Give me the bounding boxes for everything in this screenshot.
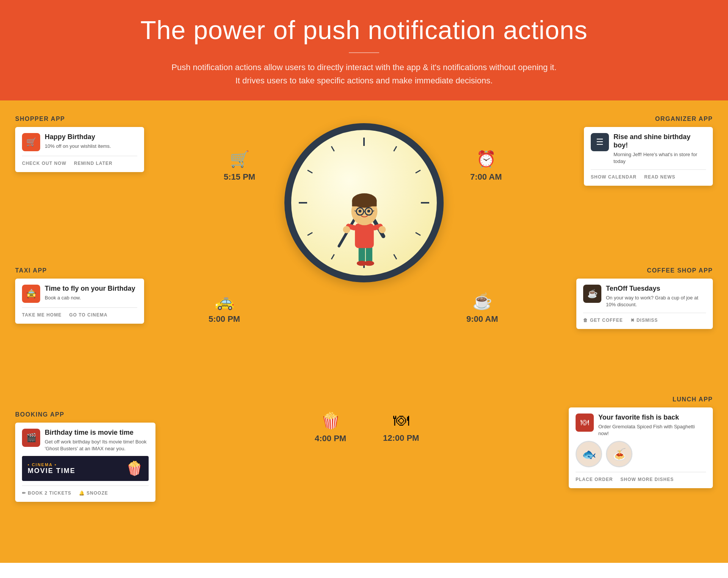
organizer-body: Morning Jeff! Here's what's in store for…: [613, 151, 706, 165]
organizer-icon: ☰: [591, 133, 609, 151]
svg-rect-19: [355, 224, 374, 248]
coffee-title: TenOff Tuesdays: [606, 285, 706, 293]
shopper-title: Happy Birthday: [45, 133, 111, 141]
lunch-title: Your favorite fish is back: [598, 414, 706, 422]
taxi-notification-card: 🚖 Time to fly on your Birthday Book a ca…: [15, 279, 144, 324]
svg-line-5: [394, 254, 397, 259]
booking-icon: 🎬: [22, 429, 40, 447]
header-divider: [349, 52, 379, 53]
shopper-action2[interactable]: REMIND LATER: [74, 161, 113, 166]
svg-line-4: [416, 233, 420, 236]
taxi-action1[interactable]: TAKE ME HOME: [22, 312, 61, 318]
taxi-action2[interactable]: GO TO CINEMA: [69, 312, 107, 318]
booking-action1[interactable]: ✏ BOOK 2 TICKETS: [22, 490, 71, 496]
svg-line-10: [308, 170, 312, 173]
taxi-title: Time to fly on your Birthday: [45, 285, 135, 293]
taxi-icon: 🚖: [22, 285, 40, 303]
shopper-action1[interactable]: CHECK OUT NOW: [22, 161, 66, 166]
organizer-action1[interactable]: SHOW CALENDAR: [591, 174, 637, 180]
time-icon-900: ☕ 9:00 AM: [466, 292, 498, 324]
svg-line-7: [331, 254, 334, 259]
svg-point-22: [343, 226, 350, 233]
lunch-notification-card: 🍽 Your favorite fish is back Order Gremo…: [569, 407, 713, 488]
booking-app-section: BOOKING APP 🎬 Birthday time is movie tim…: [15, 411, 155, 502]
svg-line-2: [416, 170, 420, 173]
booking-title: Birthday time is movie time: [45, 429, 149, 437]
banner-label-top: • CINEMA •: [28, 462, 120, 467]
food-plate-1: 🐟: [576, 441, 602, 467]
page-title: The power of push notification actions: [23, 15, 705, 45]
organizer-action2[interactable]: READ NEWS: [644, 174, 675, 180]
coffee-app-section: COFFEE SHOP APP ☕ TenOff Tuesdays On you…: [576, 267, 713, 329]
header: The power of push notification actions P…: [0, 0, 728, 100]
organizer-title: Rise and shine birthday boy!: [613, 133, 706, 149]
coffee-action1[interactable]: 🗑 GET COFFEE: [583, 318, 623, 323]
shopper-notification-card: 🛒 Happy Birthday 10% off on your wishlis…: [15, 127, 144, 172]
booking-notification-card: 🎬 Birthday time is movie time Get off wo…: [15, 423, 155, 502]
coffee-action1-icon: 🗑: [583, 318, 588, 323]
organizer-notification-card: ☰ Rise and shine birthday boy! Morning J…: [584, 127, 713, 186]
popcorn-icon: 🍿: [126, 461, 143, 476]
character-figure: [337, 185, 391, 269]
lunch-body: Order Gremolata Spiced Fish with Spaghet…: [598, 423, 706, 437]
coffee-notification-card: ☕ TenOff Tuesdays On your way to work? G…: [576, 279, 713, 329]
coffee-icon: ☕: [583, 285, 601, 303]
time-icon-400: 🍿 4:00 PM: [315, 411, 346, 443]
coffee-body: On your way to work? Grab a cup of joe a…: [606, 294, 706, 308]
time-icon-700: ⏰ 7:00 AM: [470, 150, 502, 182]
taxi-body: Book a cab now.: [45, 294, 135, 301]
movie-banner: • CINEMA • MOVIE TIME 🍿: [22, 456, 149, 481]
footer: mo●engage: [0, 563, 728, 578]
moengage-logo: mo●engage: [313, 574, 415, 578]
coffee-action2[interactable]: ✖ DISMISS: [631, 318, 658, 323]
main-content: 🛒 5:15 PM ⏰ 7:00 AM 🚕 5:00 PM ☕ 9:00 AM …: [0, 100, 728, 563]
banner-label-bottom: MOVIE TIME: [28, 467, 120, 475]
taxi-app-section: TAXI APP 🚖 Time to fly on your Birthday …: [15, 267, 144, 324]
shopper-icon: 🛒: [22, 133, 40, 151]
lunch-action2[interactable]: SHOW MORE DISHES: [620, 477, 674, 482]
booking-body: Get off work birthday boy! Its movie tim…: [45, 439, 149, 452]
shopper-app-section: SHOPPER APP 🛒 Happy Birthday 10% off on …: [15, 116, 144, 172]
lunch-action1[interactable]: PLACE ORDER: [576, 477, 613, 482]
svg-line-8: [308, 233, 312, 236]
svg-rect-27: [352, 201, 377, 207]
clock: [284, 123, 444, 282]
svg-line-11: [331, 146, 334, 151]
coffee-action2-icon: ✖: [631, 318, 635, 323]
clock-face: [284, 123, 444, 282]
svg-point-18: [364, 261, 374, 266]
header-subtitle: Push notification actions allow users to…: [23, 61, 705, 87]
organizer-app-section: ORGANIZER APP ☰ Rise and shine birthday …: [584, 116, 713, 186]
time-icon-515: 🛒 5:15 PM: [224, 150, 255, 182]
booking-action2[interactable]: 🔔 SNOOZE: [79, 490, 108, 496]
lunch-icon: 🍽: [576, 414, 594, 432]
svg-point-23: [378, 226, 386, 233]
time-icon-500: 🚕 5:00 PM: [209, 292, 240, 324]
food-plate-2: 🍝: [606, 441, 632, 467]
lunch-app-section: LUNCH APP 🍽 Your favorite fish is back O…: [569, 396, 713, 488]
svg-point-33: [359, 210, 362, 213]
food-images: 🐟 🍝: [576, 441, 706, 467]
shopper-body: 10% off on your wishlist items.: [45, 143, 111, 150]
svg-line-1: [394, 146, 397, 151]
svg-point-34: [367, 210, 370, 213]
time-icon-1200: 🍽 12:00 PM: [383, 411, 419, 443]
